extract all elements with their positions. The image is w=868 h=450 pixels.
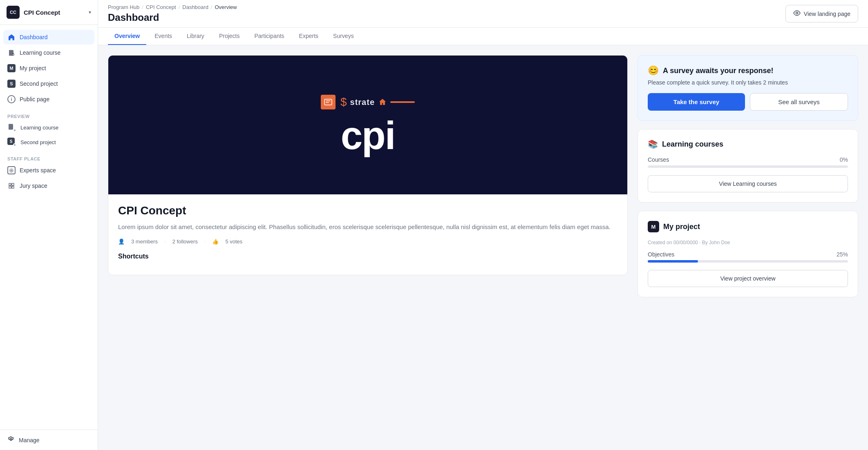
- objectives-progress-bar-bg: [648, 260, 848, 263]
- project-card-meta: Created on 00/00/0000 · By John Doe: [648, 240, 848, 245]
- strate-line: [390, 101, 415, 103]
- preview-second-label: Second project: [20, 139, 56, 145]
- survey-card: 😊 A survey awaits your response! Please …: [638, 55, 858, 121]
- experts-space-label: Experts space: [20, 167, 56, 174]
- sidebar-item-learning-label: Learning course: [20, 49, 60, 56]
- sidebar-item-myproject-label: My project: [20, 65, 46, 71]
- sidebar-item-public-page[interactable]: i Public page: [3, 92, 94, 107]
- courses-label: Courses: [648, 156, 669, 163]
- brand-icon: [321, 95, 336, 109]
- breadcrumb-sep-3: /: [211, 4, 213, 10]
- objectives-label: Objectives: [648, 251, 674, 258]
- survey-description: Please complete a quick survey. It only …: [648, 79, 848, 86]
- survey-header: 😊 A survey awaits your response!: [648, 65, 848, 76]
- manage-label: Manage: [19, 437, 40, 443]
- manage-button[interactable]: Manage: [0, 430, 98, 450]
- view-landing-page-button[interactable]: View landing page: [785, 5, 858, 22]
- survey-title: A survey awaits your response!: [663, 67, 773, 75]
- sidebar-item-public-page-label: Public page: [20, 96, 49, 102]
- tab-experts[interactable]: Experts: [293, 28, 325, 45]
- topbar-left: Program Hub / CPI Concept / Dashboard / …: [108, 4, 237, 23]
- topbar: Program Hub / CPI Concept / Dashboard / …: [98, 0, 868, 28]
- preview-learning-course[interactable]: Learning course: [3, 120, 94, 134]
- left-panel: $ strate cpi CPI Concept: [108, 55, 628, 440]
- tab-events[interactable]: Events: [148, 28, 179, 45]
- learning-card-icon: 📚: [648, 139, 658, 149]
- view-learning-courses-button[interactable]: View Learning courses: [648, 175, 848, 192]
- sidebar-item-my-project[interactable]: M My project: [3, 61, 94, 76]
- meta-sep-1: ·: [164, 238, 166, 245]
- votes-icon: 👍: [212, 238, 219, 245]
- strate-building-icon: [378, 98, 387, 107]
- sidebar-item-second-project-label: Second project: [20, 80, 58, 87]
- hero-card: $ strate cpi CPI Concept: [108, 55, 628, 275]
- breadcrumb-dashboard[interactable]: Dashboard: [182, 4, 208, 10]
- tab-projects[interactable]: Projects: [213, 28, 246, 45]
- tab-library[interactable]: Library: [180, 28, 211, 45]
- see-all-surveys-button[interactable]: See all surveys: [750, 93, 848, 111]
- take-survey-button[interactable]: Take the survey: [648, 93, 745, 111]
- sidebar-header[interactable]: CC CPI Concept ▾: [0, 0, 98, 25]
- hero-image: $ strate cpi: [108, 56, 627, 194]
- project-card-badge: M: [648, 221, 659, 232]
- sidebar-item-experts-space[interactable]: ⊕ Experts space: [3, 163, 94, 178]
- tab-participants[interactable]: Participants: [248, 28, 291, 45]
- project-card-header: M My project: [648, 221, 848, 232]
- sidebar-item-dashboard[interactable]: Dashboard: [3, 30, 94, 45]
- eye-icon: [793, 9, 801, 18]
- workspace-logo: CC: [7, 6, 20, 19]
- votes-count: 5 votes: [225, 238, 242, 245]
- hero-body: CPI Concept Lorem ipsum dolor sit amet, …: [108, 194, 627, 275]
- preview-learning-icon: [7, 123, 16, 132]
- learning-card-title: Learning courses: [662, 140, 723, 149]
- breadcrumb-overview: Overview: [215, 4, 237, 10]
- my-project-badge-icon: M: [7, 64, 16, 72]
- hero-brand-row: $ strate: [321, 95, 415, 109]
- view-project-overview-button[interactable]: View project overview: [648, 270, 848, 287]
- page-title: Dashboard: [108, 12, 237, 23]
- content-area: $ strate cpi CPI Concept: [98, 45, 868, 450]
- experts-space-icon: ⊕: [7, 166, 16, 174]
- brand-text: $ strate: [340, 96, 415, 109]
- hero-logo-area: $ strate cpi: [321, 95, 415, 155]
- sidebar-item-second-project[interactable]: S Second project: [3, 76, 94, 91]
- sidebar-item-jury-space[interactable]: Jury space: [3, 178, 94, 193]
- main-content: Program Hub / CPI Concept / Dashboard / …: [98, 0, 868, 450]
- courses-progress-bar-bg: [648, 165, 848, 168]
- breadcrumb-cpi-concept[interactable]: CPI Concept: [146, 4, 176, 10]
- learning-card-header: 📚 Learning courses: [648, 139, 848, 149]
- second-project-badge-icon: S: [7, 80, 16, 88]
- gear-icon: [7, 436, 15, 444]
- preview-learning-label: Learning course: [20, 125, 58, 131]
- breadcrumb-sep-1: /: [142, 4, 143, 10]
- objectives-progress-bar-fill: [648, 260, 698, 263]
- breadcrumb-program-hub[interactable]: Program Hub: [108, 4, 139, 10]
- tabs-bar: Overview Events Library Projects Partici…: [98, 28, 868, 45]
- tab-overview[interactable]: Overview: [108, 28, 146, 45]
- courses-progress-row: Courses 0%: [648, 156, 848, 163]
- learning-courses-card: 📚 Learning courses Courses 0% View Learn…: [638, 129, 858, 203]
- preview-section-label: PREVIEW: [3, 110, 94, 120]
- courses-pct: 0%: [840, 156, 848, 163]
- breadcrumb: Program Hub / CPI Concept / Dashboard / …: [108, 4, 237, 10]
- sidebar-item-learning-course[interactable]: Learning course: [3, 45, 94, 60]
- home-icon: [7, 33, 16, 41]
- sidebar-item-dashboard-label: Dashboard: [20, 34, 48, 40]
- members-icon: 👤: [118, 238, 125, 245]
- tab-surveys[interactable]: Surveys: [327, 28, 360, 45]
- sidebar-nav: Dashboard Learning course M My project S: [0, 25, 98, 430]
- right-panel: 😊 A survey awaits your response! Please …: [638, 55, 858, 440]
- svg-rect-2: [324, 99, 332, 105]
- view-landing-label: View landing page: [804, 11, 850, 17]
- breadcrumb-sep-2: /: [179, 4, 180, 10]
- project-description: Lorem ipsum dolor sit amet, consectetur …: [118, 222, 617, 232]
- strate-logo-icon: $: [340, 96, 347, 109]
- jury-space-icon: [7, 182, 16, 190]
- objectives-pct: 25%: [837, 251, 848, 258]
- meta-sep-2: ·: [204, 238, 206, 245]
- preview-second-icon: S: [7, 138, 16, 147]
- preview-second-project[interactable]: S Second project: [3, 135, 94, 149]
- survey-emoji-icon: 😊: [648, 65, 659, 76]
- strate-label: strate: [350, 98, 375, 107]
- staff-section-label: STAFF PLACE: [3, 152, 94, 163]
